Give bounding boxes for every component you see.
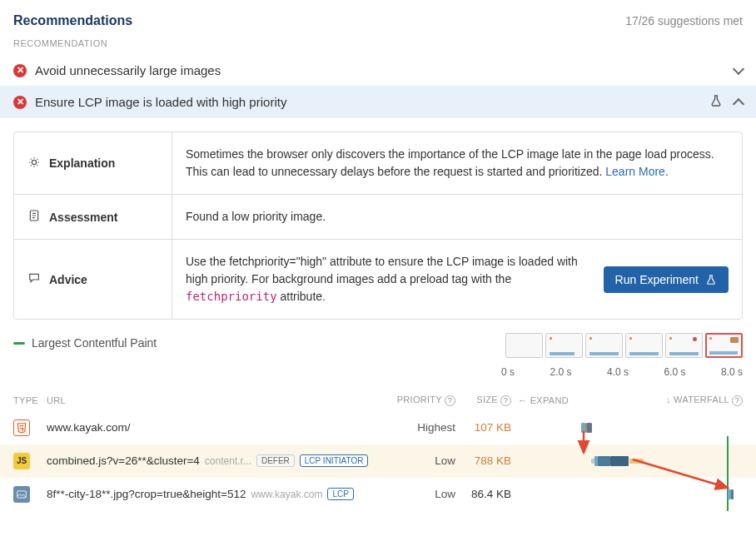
filmstrip-frame[interactable] [545,333,583,358]
lcp-initiator-badge: LCP INITIATOR [300,454,369,467]
waterfall-bar [580,486,743,503]
explanation-label: Explanation [49,156,115,170]
waterfall-bar [580,419,743,436]
js-icon: JS [13,453,30,469]
section-label: RECOMMENDATION [13,38,743,48]
advice-text-2: attribute. [277,290,326,303]
error-icon: ✕ [13,64,27,77]
axis-tick: 4.0 s [607,366,629,378]
col-size[interactable]: SIZE? [455,395,518,406]
resource-priority: Low [389,488,455,500]
help-icon[interactable]: ? [445,395,455,406]
assessment-label: Assessment [49,211,118,224]
document-icon [27,209,41,225]
recommendation-row-expanded[interactable]: ✕ Ensure LCP image is loaded with high p… [0,86,756,118]
filmstrip [501,333,743,358]
filmstrip-frame[interactable] [505,333,543,358]
error-icon: ✕ [13,96,27,109]
page-title: Recommendations [13,13,132,28]
explanation-text-2: This can lead to unnecessary delays befo… [186,165,605,178]
recommendation-title: Avoid unnecessarily large images [35,63,726,77]
recommendation-details: Explanation Sometimes the browser only d… [13,132,743,320]
recommendation-row[interactable]: ✕ Avoid unnecessarily large images [0,55,756,86]
svg-point-0 [32,160,36,164]
chevron-down-icon[interactable] [733,62,744,74]
resource-priority: Highest [389,421,455,434]
resource-url: www.kayak.com/ [47,421,131,434]
resource-row[interactable]: JS combined.js?v=26**&cluster=4 content.… [0,444,756,478]
image-icon [13,486,30,503]
col-type[interactable]: TYPE [13,395,47,405]
resource-size: 788 KB [455,454,518,467]
recommendation-title: Ensure LCP image is loaded with high pri… [35,95,701,109]
lcp-legend: Largest Contentful Paint [13,333,157,350]
resource-url: 8f**-city-18**.jpg?crop=true&height=512 [47,488,246,500]
axis-tick: 6.0 s [664,366,685,378]
learn-more-link[interactable]: Learn More [605,165,665,178]
axis-tick: 0 s [501,366,515,378]
resource-row[interactable]: www.kayak.com/ Highest 107 KB [13,411,743,444]
waterfall-bar [580,453,743,469]
resource-url: combined.js?v=26**&cluster=4 [47,454,200,467]
resource-domain: content.r... [205,455,251,467]
col-url[interactable]: URL [47,395,389,405]
help-icon[interactable]: ? [732,395,743,406]
resource-size: 107 KB [455,421,518,434]
filmstrip-frame[interactable] [585,333,623,358]
lcp-badge: LCP [327,488,353,500]
time-axis: 0 s 2.0 s 4.0 s 6.0 s 8.0 s [501,366,743,378]
chevron-up-icon[interactable] [733,97,744,109]
html-icon [13,419,30,436]
defer-badge: DEFER [256,454,295,467]
flask-icon[interactable] [709,94,723,110]
resource-size: 86.4 KB [455,488,518,500]
speech-icon [27,271,41,287]
col-priority[interactable]: PRIORITY? [389,395,455,406]
axis-tick: 8.0 s [721,366,743,378]
help-icon[interactable]: ? [500,395,511,406]
axis-tick: 2.0 s [550,366,571,378]
col-expand[interactable]: ← EXPAND [518,395,580,405]
lightbulb-icon [27,156,41,171]
col-waterfall[interactable]: ↓ WATERFALL? [580,395,743,406]
lcp-legend-label: Largest Contentful Paint [32,336,157,350]
assessment-row: Assessment Found a low priority image. [14,195,742,240]
run-experiment-button[interactable]: Run Experiment [604,266,729,293]
waterfall-table-header: TYPE URL PRIORITY? SIZE? ← EXPAND ↓ WATE… [13,386,743,411]
suggestions-summary: 17/26 suggestions met [625,14,743,27]
filmstrip-frame-active[interactable] [705,333,743,358]
filmstrip-frame[interactable] [665,333,703,358]
lcp-swatch-icon [13,342,25,345]
advice-row: Advice Use the fetchpriority="high" attr… [14,240,742,319]
advice-label: Advice [49,273,87,286]
assessment-text: Found a low priority image. [186,208,729,226]
svg-rect-2 [17,491,27,498]
filmstrip-frame[interactable] [625,333,663,358]
resource-row[interactable]: 8f**-city-18**.jpg?crop=true&height=512 … [13,478,743,511]
resource-priority: Low [389,454,455,467]
explanation-text-1: Sometimes the browser only discovers the… [186,147,714,161]
advice-text-1: Use the fetchpriority="high" attribute t… [186,255,578,285]
advice-code: fetchpriority [186,290,277,303]
resource-domain: www.kayak.com [251,489,322,500]
waterfall-area: www.kayak.com/ Highest 107 KB JS combine… [13,411,743,511]
explanation-row: Explanation Sometimes the browser only d… [14,132,742,195]
